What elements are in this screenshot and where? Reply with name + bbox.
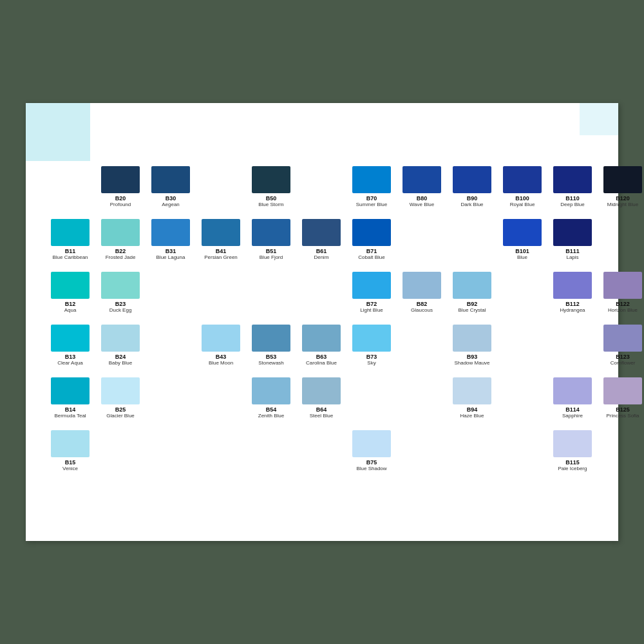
color-name: Cobalt Blue <box>358 254 384 261</box>
color-cell-b73: B73Sky <box>346 323 397 374</box>
main-page: B20ProfoundB30Aegean B50Blue Storm B70Su… <box>26 103 618 541</box>
color-code: B20 <box>115 195 126 202</box>
color-cell-b50: B50Blue Storm <box>246 164 296 216</box>
color-swatch <box>453 377 491 404</box>
color-cell-b12: B12Aqua <box>45 270 95 321</box>
color-code: B80 <box>417 195 428 202</box>
color-swatch <box>352 325 391 352</box>
color-cell-b123: B123Cornflower <box>598 323 644 374</box>
color-cell-b43: B43Blue Moon <box>196 323 246 374</box>
color-name: Lapis <box>566 254 578 261</box>
color-code: B115 <box>565 459 580 466</box>
color-code: B71 <box>366 248 377 254</box>
color-name: Blue Fjord <box>260 254 283 261</box>
color-name: Shadow Mauve <box>454 360 489 366</box>
color-code: B63 <box>316 354 327 360</box>
color-code: B82 <box>417 301 428 307</box>
color-name: Clear Aqua <box>57 360 83 366</box>
color-swatch <box>352 272 391 299</box>
color-code: B22 <box>115 248 126 254</box>
color-code: B111 <box>565 248 580 254</box>
color-code: B94 <box>467 406 478 413</box>
color-swatch <box>453 272 491 299</box>
color-cell-b101: B101Blue <box>497 217 547 269</box>
color-cell-b94: B94Haze Blue <box>447 375 497 427</box>
color-code: B23 <box>115 301 126 307</box>
color-swatch <box>302 377 341 404</box>
color-cell-b110: B110Deep Blue <box>547 164 598 216</box>
color-name: Dark Blue <box>460 202 483 208</box>
color-swatch <box>503 166 542 193</box>
color-name: Deep Blue <box>560 202 584 208</box>
color-name: Blue Shadow <box>356 466 386 472</box>
corner-decoration-tr <box>580 103 618 135</box>
color-code: B12 <box>65 301 76 307</box>
color-name: Stonewash <box>258 360 284 366</box>
color-code: B30 <box>166 195 176 202</box>
color-code: B122 <box>616 301 630 307</box>
color-cell-b63: B63Carolina Blue <box>296 323 346 374</box>
color-swatch <box>101 166 140 193</box>
color-swatch <box>302 325 341 352</box>
color-name: Summer Blue <box>356 202 387 208</box>
color-cell-b114: B114Sapphire <box>547 375 598 427</box>
color-swatch <box>252 219 290 246</box>
color-swatch <box>252 377 290 404</box>
color-swatch <box>51 219 90 246</box>
color-swatch <box>352 430 391 457</box>
color-swatch <box>51 430 90 457</box>
color-code: B75 <box>366 459 377 466</box>
color-cell-b23: B23Duck Egg <box>95 270 146 321</box>
color-name: Sapphire <box>562 413 583 419</box>
color-code: B25 <box>115 406 126 413</box>
color-code: B50 <box>266 195 277 202</box>
color-name: Blue Storm <box>258 202 284 208</box>
color-cell-b120: B120Midnight Blue <box>598 164 644 216</box>
color-name: Blue Crystal <box>458 307 486 314</box>
color-swatch <box>252 325 290 352</box>
color-code: B110 <box>565 195 580 202</box>
color-swatch <box>252 166 290 193</box>
color-name: Blue Moon <box>209 360 233 366</box>
color-name: Pale Iceberg <box>558 466 587 472</box>
color-name: Light Blue <box>360 307 383 314</box>
color-swatch <box>302 219 341 246</box>
color-cell-b70: B70Summer Blue <box>346 164 397 216</box>
color-cell-b64: B64Steel Blue <box>296 375 346 427</box>
color-cell-b25: B25Glacier Blue <box>95 375 146 427</box>
color-cell-b80: B80Wave Blue <box>397 164 447 216</box>
color-swatch <box>603 377 642 404</box>
color-swatch <box>352 166 391 193</box>
color-cell-b71: B71Cobalt Blue <box>346 217 397 269</box>
color-swatch <box>503 219 542 246</box>
color-cell-b22: B22Frosted Jade <box>95 217 146 269</box>
color-code: B54 <box>266 406 277 413</box>
color-code: B53 <box>266 354 277 360</box>
color-cell-b11: B11Blue Caribbean <box>45 217 95 269</box>
color-name: Cornflower <box>611 360 636 366</box>
color-swatch <box>453 325 491 352</box>
color-cell-b31: B31Blue Laguna <box>146 217 196 269</box>
color-cell-b30: B30Aegean <box>146 164 196 216</box>
color-cell-b53: B53Stonewash <box>246 323 296 374</box>
color-name: Denim <box>314 254 328 261</box>
color-name: Zenith Blue <box>258 413 284 419</box>
color-name: Royal Blue <box>510 202 535 208</box>
color-swatch <box>101 325 140 352</box>
color-cell-b100: B100Royal Blue <box>497 164 547 216</box>
color-code: B73 <box>366 354 377 360</box>
color-code: B51 <box>266 248 277 254</box>
color-swatch <box>51 272 90 299</box>
color-code: B125 <box>616 406 630 413</box>
color-name: Bermuda Teal <box>54 413 86 419</box>
color-swatch <box>352 219 391 246</box>
color-cell-b82: B82Glaucous <box>397 270 447 321</box>
color-name: Blue Caribbean <box>52 254 88 261</box>
color-swatch <box>553 272 592 299</box>
color-swatch <box>402 166 441 193</box>
color-name: Venice <box>62 466 78 472</box>
color-cell-b75: B75Blue Shadow <box>346 428 397 480</box>
color-name: Frosted Jade <box>106 254 136 261</box>
color-name: Persian Green <box>204 254 238 261</box>
color-cell-b20: B20Profound <box>95 164 146 216</box>
